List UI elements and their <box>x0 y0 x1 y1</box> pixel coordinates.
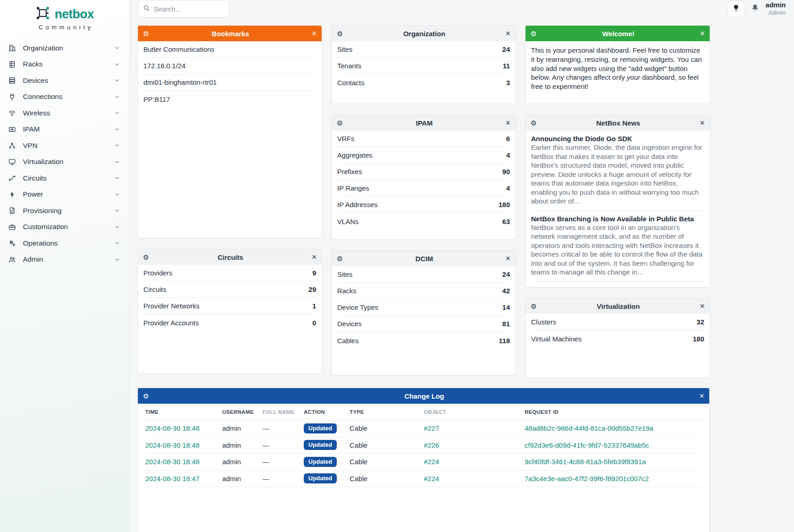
stat-row: Prefixes90 <box>337 164 510 180</box>
sidebar-item-connections[interactable]: Connections <box>0 89 129 105</box>
close-icon[interactable]: × <box>505 29 510 38</box>
news-link[interactable]: Announcing the Diode Go SDK <box>531 135 704 143</box>
time-link[interactable]: 2024-08-30 18:48 <box>145 424 222 432</box>
stat-row: Cables118 <box>337 332 510 349</box>
sidebar-item-admin[interactable]: Admin <box>0 252 129 268</box>
brand-name: netbox <box>55 7 94 22</box>
stat-row: Tenants11 <box>337 58 510 74</box>
time-link[interactable]: 2024-08-30 18:47 <box>145 475 222 483</box>
widget-config-icon[interactable]: ⚙ <box>531 303 537 310</box>
stat-row: VRFs6 <box>337 131 510 147</box>
close-icon[interactable]: × <box>505 254 510 263</box>
stat-link[interactable]: Device Types <box>337 303 378 311</box>
stat-link[interactable]: Provider Networks <box>143 302 200 310</box>
notifications-button[interactable] <box>751 4 759 14</box>
sidebar-item-virtualization[interactable]: Virtualization <box>0 154 129 170</box>
close-icon[interactable]: × <box>312 29 317 38</box>
stat-row: Provider Networks1 <box>143 298 316 314</box>
sidebar-item-wireless[interactable]: Wireless <box>0 105 129 121</box>
action-badge: Updated <box>304 457 337 467</box>
stat-link[interactable]: IP Ranges <box>337 184 369 192</box>
netbox-logo[interactable]: netbox Community <box>0 0 129 31</box>
users-icon <box>8 256 16 263</box>
request-id-link[interactable]: 9cf40fdf-3461-4c88-81a3-5feb39f8391a <box>525 458 702 466</box>
sidebar-item-circuits[interactable]: Circuits <box>0 170 129 186</box>
bookmark-link[interactable]: PP:B117 <box>143 95 170 103</box>
close-icon[interactable]: × <box>700 119 705 127</box>
news-item: NetBox Branching is Now Available in Pub… <box>531 211 704 282</box>
object-link[interactable]: #224 <box>424 458 525 466</box>
search-icon <box>143 5 150 13</box>
username-cell: admin <box>222 458 263 466</box>
close-icon[interactable]: × <box>312 253 317 261</box>
chevron-down-icon <box>114 143 120 148</box>
chevron-down-icon <box>114 61 120 67</box>
stat-link[interactable]: Devices <box>337 320 361 328</box>
topbar: admin Admin <box>130 0 794 18</box>
sidebar-item-operations[interactable]: Operations <box>0 235 129 252</box>
sidebar-item-power[interactable]: Power <box>0 186 129 203</box>
stat-link[interactable]: Tenants <box>337 62 361 70</box>
request-id-link[interactable]: cf92d3e6-d09d-41fc-9fd7-52337649ab5c <box>525 441 702 449</box>
sidebar-item-vpn[interactable]: VPN <box>0 137 129 154</box>
stat-link[interactable]: Contacts <box>337 79 364 87</box>
widget-config-icon[interactable]: ⚙ <box>143 254 149 261</box>
request-id-link[interactable]: 7a3c4e3e-aac0-47f2-99f6-f89201c007c2 <box>525 475 702 483</box>
stat-link[interactable]: Racks <box>337 287 356 295</box>
stat-link[interactable]: Circuits <box>143 285 166 293</box>
stat-link[interactable]: Sites <box>337 45 352 53</box>
time-link[interactable]: 2024-08-30 18:48 <box>145 458 222 466</box>
bookmark-link[interactable]: 172.16.0.1/24 <box>143 62 186 70</box>
close-icon[interactable]: × <box>505 119 510 127</box>
news-item: A New Look For NetBox and NetBox Labs <box>531 282 704 287</box>
widget-config-icon[interactable]: ⚙ <box>337 255 343 262</box>
bookmark-link[interactable]: Butler Communications <box>143 45 214 53</box>
sidebar-item-devices[interactable]: Devices <box>0 72 129 89</box>
stat-link[interactable]: Providers <box>143 269 172 277</box>
dcim-widget: ⚙ DCIM × Sites24 Racks42 Device Types14 … <box>331 250 516 375</box>
stat-link[interactable]: Sites <box>337 270 352 278</box>
stat-link[interactable]: VLANs <box>337 218 359 225</box>
stat-link[interactable]: VRFs <box>337 135 355 143</box>
theme-toggle-button[interactable] <box>728 0 745 17</box>
stat-link[interactable]: IP Addresses <box>337 201 378 208</box>
sidebar-item-provisioning[interactable]: Provisioning <box>0 203 129 219</box>
stat-link[interactable]: Provider Accounts <box>143 319 199 327</box>
close-icon[interactable]: × <box>700 302 705 310</box>
sidebar-item-ipam[interactable]: IPAM <box>0 121 129 138</box>
stat-value: 24 <box>502 45 510 53</box>
close-icon[interactable]: × <box>700 29 705 38</box>
stat-link[interactable]: Aggregates <box>337 151 372 159</box>
widget-config-icon[interactable]: ⚙ <box>337 30 343 37</box>
widget-config-icon[interactable]: ⚙ <box>143 393 149 400</box>
chevron-down-icon <box>114 224 120 230</box>
widget-config-icon[interactable]: ⚙ <box>531 30 537 37</box>
stat-value: 6 <box>506 135 510 143</box>
rack-icon <box>8 60 16 68</box>
news-link[interactable]: NetBox Branching is Now Available in Pub… <box>531 215 704 223</box>
sidebar-item-label: VPN <box>23 142 114 150</box>
object-link[interactable]: #224 <box>424 475 525 483</box>
search-input[interactable] <box>153 5 222 13</box>
request-id-link[interactable]: 48ad8b2c-986d-44fd-81ca-00d55b27e19a <box>525 424 702 432</box>
widget-config-icon[interactable]: ⚙ <box>531 120 537 126</box>
stat-link[interactable]: Virtual Machines <box>531 335 582 343</box>
time-link[interactable]: 2024-08-30 18:48 <box>145 441 222 449</box>
stat-link[interactable]: Prefixes <box>337 168 362 176</box>
widget-config-icon[interactable]: ⚙ <box>143 30 149 37</box>
bookmark-link[interactable]: dmi01-binghamton-rtr01 <box>143 78 217 86</box>
widget-title: Welcome! <box>537 30 700 38</box>
news-link[interactable]: A New Look For NetBox and NetBox Labs <box>531 286 704 287</box>
close-icon[interactable]: × <box>699 392 704 400</box>
stat-value: 118 <box>499 337 510 345</box>
sidebar-item-racks[interactable]: Racks <box>0 56 129 73</box>
stat-row: Virtual Machines180 <box>531 330 704 347</box>
widget-config-icon[interactable]: ⚙ <box>337 120 343 126</box>
object-link[interactable]: #226 <box>424 441 525 449</box>
sidebar-item-customization[interactable]: Customization <box>0 219 129 236</box>
object-link[interactable]: #227 <box>424 424 525 432</box>
stat-link[interactable]: Cables <box>337 337 359 345</box>
stat-link[interactable]: Clusters <box>531 318 556 326</box>
sidebar-item-organization[interactable]: Organization <box>0 40 129 56</box>
user-menu[interactable]: admin Admin <box>766 1 786 16</box>
